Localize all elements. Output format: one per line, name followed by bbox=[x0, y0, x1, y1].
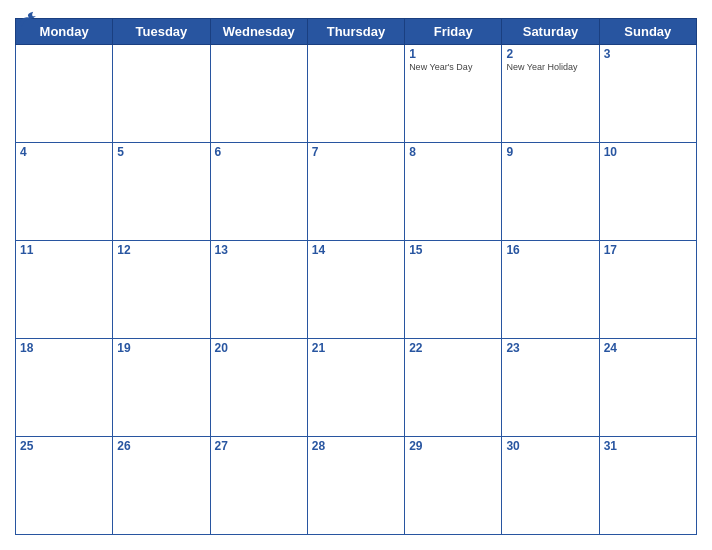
day-cell: 5 bbox=[113, 143, 210, 241]
day-cell bbox=[210, 45, 307, 143]
day-number: 19 bbox=[117, 341, 205, 355]
day-number: 11 bbox=[20, 243, 108, 257]
day-number: 26 bbox=[117, 439, 205, 453]
day-cell: 11 bbox=[16, 241, 113, 339]
day-number: 23 bbox=[506, 341, 594, 355]
day-cell: 12 bbox=[113, 241, 210, 339]
logo-bird-icon bbox=[17, 10, 39, 28]
week-row-1: 1New Year's Day2New Year Holiday3 bbox=[16, 45, 697, 143]
day-number: 13 bbox=[215, 243, 303, 257]
day-cell: 10 bbox=[599, 143, 696, 241]
week-row-5: 25262728293031 bbox=[16, 437, 697, 535]
day-number: 30 bbox=[506, 439, 594, 453]
calendar-container: MondayTuesdayWednesdayThursdayFridaySatu… bbox=[0, 0, 712, 550]
day-number: 21 bbox=[312, 341, 400, 355]
day-number: 22 bbox=[409, 341, 497, 355]
day-cell: 1New Year's Day bbox=[405, 45, 502, 143]
day-cell: 3 bbox=[599, 45, 696, 143]
day-cell: 17 bbox=[599, 241, 696, 339]
day-cell: 13 bbox=[210, 241, 307, 339]
col-header-sunday: Sunday bbox=[599, 19, 696, 45]
day-number: 6 bbox=[215, 145, 303, 159]
day-cell: 20 bbox=[210, 339, 307, 437]
day-number: 20 bbox=[215, 341, 303, 355]
day-cell: 29 bbox=[405, 437, 502, 535]
col-header-tuesday: Tuesday bbox=[113, 19, 210, 45]
calendar-table: MondayTuesdayWednesdayThursdayFridaySatu… bbox=[15, 18, 697, 535]
day-cell: 22 bbox=[405, 339, 502, 437]
day-number: 12 bbox=[117, 243, 205, 257]
day-number: 5 bbox=[117, 145, 205, 159]
day-number: 4 bbox=[20, 145, 108, 159]
day-number: 24 bbox=[604, 341, 692, 355]
day-cell: 9 bbox=[502, 143, 599, 241]
week-row-2: 45678910 bbox=[16, 143, 697, 241]
day-number: 1 bbox=[409, 47, 497, 61]
day-cell: 28 bbox=[307, 437, 404, 535]
day-number: 15 bbox=[409, 243, 497, 257]
day-number: 8 bbox=[409, 145, 497, 159]
day-number: 31 bbox=[604, 439, 692, 453]
day-cell: 23 bbox=[502, 339, 599, 437]
day-number: 17 bbox=[604, 243, 692, 257]
day-cell: 24 bbox=[599, 339, 696, 437]
day-cell: 26 bbox=[113, 437, 210, 535]
col-header-saturday: Saturday bbox=[502, 19, 599, 45]
day-cell: 31 bbox=[599, 437, 696, 535]
col-header-wednesday: Wednesday bbox=[210, 19, 307, 45]
day-number: 25 bbox=[20, 439, 108, 453]
day-number: 7 bbox=[312, 145, 400, 159]
day-cell: 7 bbox=[307, 143, 404, 241]
day-number: 10 bbox=[604, 145, 692, 159]
week-row-3: 11121314151617 bbox=[16, 241, 697, 339]
day-cell: 16 bbox=[502, 241, 599, 339]
col-header-friday: Friday bbox=[405, 19, 502, 45]
day-cell bbox=[16, 45, 113, 143]
day-number: 18 bbox=[20, 341, 108, 355]
day-cell: 19 bbox=[113, 339, 210, 437]
day-number: 16 bbox=[506, 243, 594, 257]
day-cell: 27 bbox=[210, 437, 307, 535]
day-cell bbox=[307, 45, 404, 143]
day-number: 3 bbox=[604, 47, 692, 61]
day-cell: 18 bbox=[16, 339, 113, 437]
week-row-4: 18192021222324 bbox=[16, 339, 697, 437]
day-number: 9 bbox=[506, 145, 594, 159]
day-cell: 30 bbox=[502, 437, 599, 535]
day-cell: 4 bbox=[16, 143, 113, 241]
day-cell: 21 bbox=[307, 339, 404, 437]
day-cell: 8 bbox=[405, 143, 502, 241]
logo bbox=[15, 10, 39, 28]
day-number: 27 bbox=[215, 439, 303, 453]
day-cell bbox=[113, 45, 210, 143]
day-cell: 6 bbox=[210, 143, 307, 241]
holiday-label: New Year Holiday bbox=[506, 62, 594, 73]
day-number: 2 bbox=[506, 47, 594, 61]
col-header-thursday: Thursday bbox=[307, 19, 404, 45]
logo-blue-text bbox=[15, 10, 39, 28]
holiday-label: New Year's Day bbox=[409, 62, 497, 73]
day-number: 28 bbox=[312, 439, 400, 453]
day-cell: 14 bbox=[307, 241, 404, 339]
day-number: 14 bbox=[312, 243, 400, 257]
day-cell: 15 bbox=[405, 241, 502, 339]
header-row: MondayTuesdayWednesdayThursdayFridaySatu… bbox=[16, 19, 697, 45]
day-cell: 25 bbox=[16, 437, 113, 535]
day-cell: 2New Year Holiday bbox=[502, 45, 599, 143]
day-number: 29 bbox=[409, 439, 497, 453]
